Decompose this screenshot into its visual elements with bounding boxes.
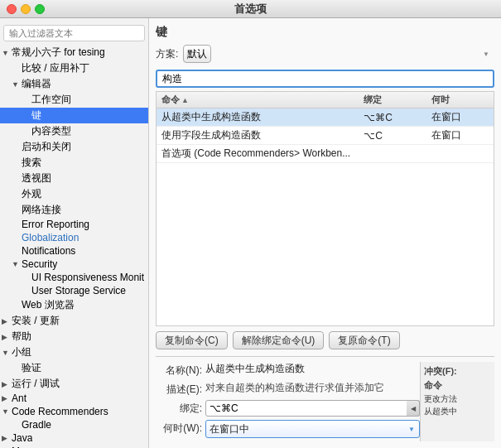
copy-command-button[interactable]: 复制命令(C): [156, 331, 228, 349]
tree-item-user-storage[interactable]: User Storage Service: [0, 284, 148, 297]
tree-label-appearance: 外观: [22, 187, 41, 201]
tree-item-ui-responsiveness[interactable]: UI Responsiveness Monit: [0, 271, 148, 284]
tree-item-compare[interactable]: 比较 / 应用补丁: [0, 60, 148, 76]
tree-item-workspace[interactable]: 工作空间: [0, 92, 148, 108]
tree-label-notifications: Notifications: [22, 245, 75, 257]
search-input[interactable]: [156, 70, 494, 88]
restore-command-button[interactable]: 复原命令(T): [329, 331, 399, 349]
tree-item-ant[interactable]: ▶Ant: [0, 392, 148, 405]
scheme-select-wrapper: 默认: [183, 45, 494, 63]
tree-item-code-recommenders[interactable]: ▼Code Recommenders: [0, 405, 148, 418]
close-button[interactable]: [7, 4, 17, 14]
tree-label-security: Security: [22, 258, 57, 270]
expand-arrow-small-group: ▼: [2, 349, 12, 357]
cell-when: [426, 145, 494, 163]
tree-label-globalization: Globalization: [22, 232, 79, 243]
when-label: 何时(W):: [156, 420, 202, 436]
detail-section: 名称(N): 从超类中生成构造函数 描述(E): 对来自超类的构造函数进行求值并…: [156, 356, 494, 441]
scheme-select[interactable]: 默认: [183, 45, 211, 63]
unbind-command-button[interactable]: 解除绑定命令(U): [233, 331, 325, 349]
name-value: 从超类中生成构造函数: [205, 362, 420, 376]
cell-binding: ⌥⌘C: [359, 108, 426, 127]
tree-item-content-type[interactable]: 内容类型: [0, 123, 148, 139]
tree-item-help[interactable]: ▶帮助: [0, 329, 148, 344]
conflict-item: 更改方法: [424, 393, 491, 405]
tree-item-run-debug[interactable]: ▶运行 / 调试: [0, 376, 148, 392]
detail-name-row: 名称(N): 从超类中生成构造函数: [156, 362, 420, 378]
tree-item-error-reporting[interactable]: Error Reporting: [0, 218, 148, 231]
tree-item-small-group[interactable]: ▼小组: [0, 344, 148, 360]
filter-input[interactable]: [3, 25, 145, 41]
tree-item-normal-root[interactable]: ▼常规小六子 for tesing: [0, 45, 148, 60]
tree-item-startup[interactable]: 启动和关闭: [0, 139, 148, 155]
tree-item-search[interactable]: 搜索: [0, 155, 148, 171]
col-binding: 绑定: [359, 92, 426, 108]
tree-item-transparent[interactable]: 透视图: [0, 171, 148, 186]
table-row[interactable]: 使用字段生成构造函数⌥C在窗口: [157, 127, 494, 145]
tree-item-keys[interactable]: 键: [0, 108, 148, 123]
when-select[interactable]: 在窗口中 在编辑器中任何时候: [205, 420, 420, 438]
traffic-lights: [7, 4, 45, 14]
table-row[interactable]: 从超类中生成构造函数⌥⌘C在窗口: [157, 108, 494, 127]
expand-arrow-ant: ▶: [2, 394, 12, 402]
tree-item-maven[interactable]: ▶Maven: [0, 445, 148, 448]
cell-command: 从超类中生成构造函数: [157, 108, 359, 127]
tree-item-network[interactable]: 网络连接: [0, 202, 148, 218]
tree-item-security[interactable]: ▼Security: [0, 258, 148, 271]
cell-command: 首选项 (Code Recommenders> Workben...: [157, 145, 359, 163]
cell-command: 使用字段生成构造函数: [157, 127, 359, 145]
maximize-button[interactable]: [35, 4, 45, 14]
keys-tbody: 从超类中生成构造函数⌥⌘C在窗口使用字段生成构造函数⌥C在窗口首选项 (Code…: [157, 108, 494, 163]
tree-label-transparent: 透视图: [22, 171, 51, 185]
cell-when: 在窗口: [426, 108, 494, 127]
tree-item-globalization[interactable]: Globalization: [0, 231, 148, 244]
tree-item-notifications[interactable]: Notifications: [0, 244, 148, 258]
expand-arrow-normal-root: ▼: [2, 49, 12, 57]
tree-item-web-browser[interactable]: Web 浏览器: [0, 297, 148, 313]
cell-binding: [359, 145, 426, 163]
tree-item-java[interactable]: ▶Java: [0, 431, 148, 445]
left-panel: ▼常规小六子 for tesing比较 / 应用补丁▼编辑器工作空间键内容类型启…: [0, 18, 149, 448]
binding-input-wrapper: ◀: [205, 400, 420, 417]
expand-arrow-code-recommenders: ▼: [2, 407, 12, 416]
binding-arrow[interactable]: ◀: [407, 400, 420, 417]
keys-table: 命令▲ 绑定 何时 从超类中生成构造函数⌥⌘C在窗口使用字段生成构造函数⌥C在窗…: [156, 91, 494, 326]
tree-label-error-reporting: Error Reporting: [22, 219, 89, 230]
tree-label-java: Java: [12, 432, 32, 444]
cell-when: 在窗口: [426, 127, 494, 145]
conflict-item: 从超类中: [424, 406, 491, 417]
bottom-right-area: 名称(N): 从超类中生成构造函数 描述(E): 对来自超类的构造函数进行求值并…: [156, 362, 494, 441]
tree-item-appearance[interactable]: 外观: [0, 186, 148, 202]
expand-arrow-install-update: ▶: [2, 317, 12, 325]
tree-label-network: 网络连接: [22, 203, 61, 217]
binding-input[interactable]: [205, 400, 420, 417]
expand-arrow-editor: ▼: [12, 80, 22, 89]
tree-label-search: 搜索: [22, 156, 41, 170]
tree-item-auth[interactable]: 验证: [0, 360, 148, 376]
tree-label-help: 帮助: [12, 330, 31, 344]
tree-label-keys: 键: [31, 108, 41, 123]
tree-item-editor[interactable]: ▼编辑器: [0, 76, 148, 92]
conflict-title: 冲突(F):: [424, 365, 491, 378]
tree-item-install-update[interactable]: ▶安装 / 更新: [0, 313, 148, 329]
tree-label-ui-responsiveness: UI Responsiveness Monit: [31, 272, 144, 283]
expand-arrow-security: ▼: [12, 260, 22, 268]
minimize-button[interactable]: [21, 4, 31, 14]
tree-label-startup: 启动和关闭: [22, 140, 71, 154]
tree-label-editor: 编辑器: [22, 77, 51, 91]
table-row[interactable]: 首选项 (Code Recommenders> Workben...: [157, 145, 494, 163]
desc-value: 对来自超类的构造函数进行求值并添加它: [205, 381, 420, 395]
name-label: 名称(N):: [156, 362, 202, 378]
tree-label-compare: 比较 / 应用补丁: [22, 61, 89, 75]
scheme-row: 方案: 默认: [156, 45, 494, 63]
scheme-label: 方案:: [156, 47, 178, 61]
window-title: 首选项: [234, 2, 267, 17]
col-when: 何时: [426, 92, 494, 108]
detail-desc-row: 描述(E): 对来自超类的构造函数进行求值并添加它: [156, 381, 420, 397]
tree-label-ant: Ant: [12, 393, 26, 404]
tree-item-gradle[interactable]: Gradle: [0, 418, 148, 431]
tree-label-small-group: 小组: [12, 345, 31, 359]
bottom-buttons: 复制命令(C) 解除绑定命令(U) 复原命令(T): [156, 331, 494, 349]
main-detail: 名称(N): 从超类中生成构造函数 描述(E): 对来自超类的构造函数进行求值并…: [156, 362, 420, 441]
tree-label-run-debug: 运行 / 调试: [12, 377, 60, 391]
